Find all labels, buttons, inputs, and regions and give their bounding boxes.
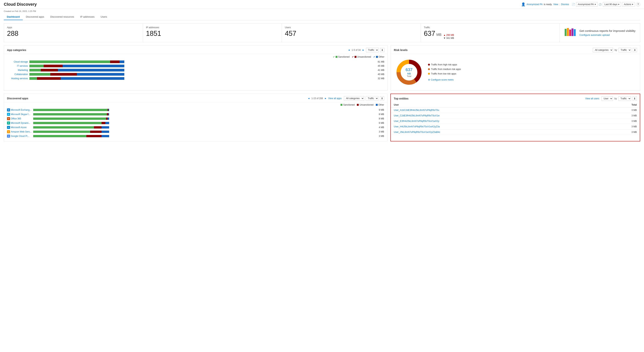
entity-value-3: 3 MB: [596, 124, 640, 130]
entities-type-dropdown[interactable]: User: [602, 96, 613, 101]
apps-sort-dropdown[interactable]: Traffic: [366, 96, 378, 101]
entities-download-btn[interactable]: ⬇: [632, 96, 637, 101]
entity-name-3[interactable]: User_H4iJ5kL6mN7oP8qR9sT0uV1wX2yZ3a: [391, 124, 596, 130]
risk-low-label: Traffic from low risk apps: [431, 72, 456, 75]
traffic-download: ▼ 341 MB: [444, 37, 454, 39]
entity-name-4[interactable]: User_J5kL6mN7oP8qR9sT0uV1wX2yZ3aB4c: [391, 130, 596, 135]
bar-label-0[interactable]: Cloud storage: [7, 60, 28, 63]
time-range-dropdown[interactable]: Last 90 days ▾: [603, 2, 621, 7]
tab-discovered-apps[interactable]: Discovered apps: [23, 14, 47, 20]
risk-by-dropdown[interactable]: Traffic: [618, 48, 631, 52]
view-all-apps-link[interactable]: View all apps: [328, 97, 342, 100]
tab-discovered-resources[interactable]: Discovered resources: [47, 14, 77, 20]
bar-seg-unsanctioned-4: [37, 77, 61, 80]
app-bar-label-3[interactable]: D Microsoft Dynami...: [7, 122, 32, 125]
arrow-up-icon: ▲: [444, 34, 446, 36]
traffic-unit: MB: [436, 33, 442, 37]
users-label: Users: [285, 26, 418, 29]
apps-legend-unsanctioned: Unsanctioned: [357, 104, 373, 106]
app-bar-container-0: [33, 109, 375, 111]
tab-dashboard[interactable]: Dashboard: [4, 14, 23, 20]
page-title: Cloud Discovery: [4, 2, 37, 7]
configure-score-link[interactable]: ⚙ Configure score metric: [428, 78, 461, 81]
tab-ip-addresses[interactable]: IP addresses: [77, 14, 98, 20]
app-bar-row: G Google Cloud Pl... 3 MB: [7, 135, 384, 138]
app-bar-label-5[interactable]: a Amazon Web Serv...: [7, 130, 32, 133]
app-seg-other-5: [102, 131, 109, 133]
app-seg-other-3: [105, 122, 109, 124]
apps-category-dropdown[interactable]: All categories: [344, 96, 364, 101]
bar-seg-unsanctioned-1: [44, 65, 63, 67]
notification-dismiss-link[interactable]: Dismiss: [561, 3, 569, 6]
bar-label-1[interactable]: IT services: [7, 65, 28, 67]
entity-name-2[interactable]: User_E3fH4iJ5kL6mN7oP8qR9sT0uV1wX2y: [391, 119, 596, 124]
apps-legend-sanctioned-label: Sanctioned: [343, 104, 354, 106]
promo-configure-link[interactable]: Configure automatic upload: [580, 33, 610, 36]
summary-card-traffic: Traffic 637 MB ▲ 296 MB ▼ 341 MB: [421, 23, 560, 42]
app-bar-value-2: 8 MB: [376, 117, 384, 120]
entity-value-0: 3 MB: [596, 108, 640, 113]
apps-download-btn[interactable]: ⬇: [380, 96, 384, 100]
svg-rect-1: [567, 28, 569, 36]
app-categories-chart: Cloud storage 81 MB IT services 45 MB Ma…: [4, 59, 388, 84]
entity-name-0[interactable]: User_A1bC2dE3fH4iJ5kL6mN7oP8qR9sT0u: [391, 108, 596, 113]
report-name-dropdown[interactable]: Anonymized PA ▾: [576, 2, 598, 7]
discovered-apps-header: Discovered apps ◄ 1-15 of 288 ► View all…: [4, 94, 387, 102]
bar-seg-other-4: [61, 77, 124, 80]
bar-seg-unsanctioned-3: [50, 73, 77, 76]
app-categories-sort-dropdown[interactable]: Traffic: [366, 48, 379, 52]
app-icon-3: D: [7, 122, 10, 125]
app-bar-label-4[interactable]: A Microsoft Azure: [7, 126, 32, 129]
risk-download-btn[interactable]: ⬇: [633, 48, 637, 52]
next-page-icon[interactable]: ►: [362, 49, 364, 51]
help-button[interactable]: ?: [636, 2, 640, 6]
nav-tabs: Dashboard Discovered apps Discovered res…: [4, 14, 640, 20]
pagination-text: 1-5 of 34: [352, 49, 360, 51]
discovered-apps-panel: Discovered apps ◄ 1-15 of 288 ► View all…: [4, 94, 388, 141]
app-seg-unsanctioned-1: [107, 113, 108, 115]
app-bar-label-6[interactable]: G Google Cloud Pl...: [7, 135, 32, 138]
traffic-value: 637: [424, 29, 435, 37]
bar-container-1: [30, 65, 374, 67]
app-seg-sanctioned-1: [33, 113, 107, 115]
app-bar-value-5: 3 MB: [376, 130, 384, 133]
next-page-apps-icon[interactable]: ►: [324, 97, 327, 100]
app-bar-label-1[interactable]: S Microsoft Skype f...: [7, 113, 32, 116]
risk-low-item: Traffic from low risk apps: [428, 72, 461, 75]
bar-value-1: 45 MB: [376, 65, 384, 67]
apps-legend-sanctioned: Sanctioned: [340, 104, 354, 106]
bar-row: Hosting services 32 MB: [7, 77, 384, 80]
app-categories-legend: ✔ Sanctioned ✔ Unsanctioned ✔ Other: [4, 54, 388, 59]
notification-view-link[interactable]: View: [553, 3, 558, 6]
bar-container-4: [30, 77, 374, 80]
risk-high-dot: [428, 64, 430, 66]
risk-medium-label: Traffic from medium risk apps: [431, 68, 461, 70]
entities-table-row: User_H4iJ5kL6mN7oP8qR9sT0uV1wX2yZ3a 3 MB: [391, 124, 640, 130]
app-icon-1: S: [7, 113, 10, 116]
app-categories-header: App categories ◄ 1-5 of 34 ► Traffic ⬇: [4, 45, 388, 54]
app-bar-row: M Microsoft Exchang... 9 MB: [7, 108, 384, 111]
view-all-users-link[interactable]: View all users: [585, 97, 600, 100]
bar-label-4[interactable]: Hosting services: [7, 77, 28, 80]
entity-name-1[interactable]: User_C2dE3fH4iJ5kL6mN7oP8qR9sT0uV1w: [391, 113, 596, 119]
checkbox-sanctioned-icon: ✔: [333, 55, 335, 58]
app-bar-value-6: 3 MB: [376, 135, 384, 137]
bar-value-4: 32 MB: [376, 77, 384, 80]
app-categories-download-btn[interactable]: ⬇: [380, 48, 384, 52]
promo-content: Get continuous reports for improved visi…: [580, 29, 636, 36]
prev-page-icon[interactable]: ◄: [348, 49, 350, 51]
actions-dropdown[interactable]: Actions ▾: [622, 2, 635, 7]
entities-by-dropdown[interactable]: Traffic: [618, 96, 631, 101]
prev-page-apps-icon[interactable]: ◄: [308, 97, 310, 100]
app-seg-unsanctioned-4: [94, 126, 102, 129]
app-bar-label-0[interactable]: M Microsoft Exchang...: [7, 108, 32, 111]
tab-users[interactable]: Users: [98, 14, 110, 20]
risk-by-label: by: [614, 49, 617, 51]
chevron-down-icon: ▾: [595, 3, 596, 6]
bar-label-3[interactable]: Collaboration: [7, 73, 28, 76]
risk-high-label: Traffic from high risk apps: [431, 63, 457, 66]
bar-value-0: 81 MB: [376, 60, 384, 63]
app-bar-label-2[interactable]: O Office 365: [7, 117, 32, 120]
risk-category-dropdown[interactable]: All categories: [593, 48, 613, 52]
bar-label-2[interactable]: Marketing: [7, 69, 28, 71]
